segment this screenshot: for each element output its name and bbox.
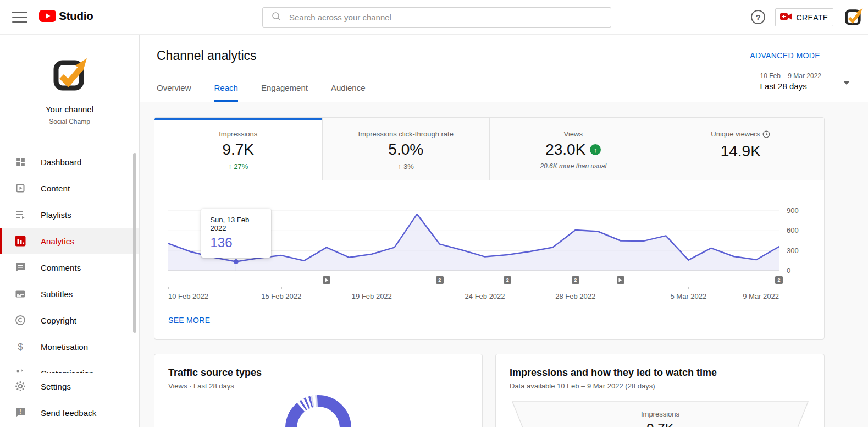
analytics-icon bbox=[14, 235, 26, 247]
settings-icon bbox=[14, 380, 26, 392]
youtube-play-icon bbox=[39, 10, 56, 22]
main-area: Channel analytics ADVANCED MODE Overview… bbox=[140, 35, 868, 427]
sidebar-item-label: Dashboard bbox=[41, 157, 81, 167]
channel-search[interactable] bbox=[262, 7, 611, 28]
tooltip-date: Sun, 13 Feb 2022 bbox=[210, 216, 262, 232]
sidebar-item-label: Analytics bbox=[41, 237, 74, 246]
videos-published-count-marker[interactable]: 2 bbox=[436, 276, 444, 284]
tab-audience[interactable]: Audience bbox=[331, 83, 366, 102]
trend-up-badge-icon: ↑ bbox=[590, 144, 601, 155]
sidebar-item-label: Comments bbox=[41, 263, 81, 272]
tab-overview[interactable]: Overview bbox=[157, 83, 191, 102]
sidebar-item-settings[interactable]: Settings bbox=[0, 373, 139, 399]
sidebar-item-monetisation[interactable]: $Monetisation bbox=[0, 333, 139, 360]
page-title: Channel analytics bbox=[157, 48, 257, 63]
x-axis-tick bbox=[688, 287, 689, 289]
x-axis-label: 28 Feb 2022 bbox=[555, 292, 595, 300]
y-axis-label: 600 bbox=[787, 226, 809, 234]
playlists-icon bbox=[14, 209, 26, 221]
analytics-header: Channel analytics ADVANCED MODE Overview… bbox=[140, 35, 868, 102]
account-avatar[interactable] bbox=[844, 8, 863, 26]
sidebar-item-label: Monetisation bbox=[41, 342, 88, 352]
y-axis-label: 0 bbox=[787, 266, 809, 275]
search-input[interactable] bbox=[289, 13, 586, 22]
x-axis-label: 9 Mar 2022 bbox=[743, 292, 779, 300]
sidebar-item-playlists[interactable]: Playlists bbox=[0, 201, 139, 228]
channel-avatar[interactable] bbox=[52, 58, 87, 93]
funnel-stage-label: Impressions bbox=[512, 410, 809, 418]
sidebar-item-copyright[interactable]: Copyright bbox=[0, 307, 139, 333]
sidebar-item-dashboard[interactable]: Dashboard bbox=[0, 149, 139, 175]
sidebar-item-comments[interactable]: Comments bbox=[0, 254, 139, 281]
sidebar-item-send-feedback[interactable]: !Send feedback bbox=[0, 399, 139, 426]
sidebar-item-subtitles[interactable]: Subtitles bbox=[0, 281, 139, 307]
date-range-text: 10 Feb – 9 Mar 2022 bbox=[760, 72, 821, 80]
sidebar: Your channel Social Champ DashboardConte… bbox=[0, 35, 140, 427]
see-more-link[interactable]: SEE MORE bbox=[168, 316, 210, 325]
x-axis-tick bbox=[576, 287, 576, 289]
sidebar-item-label: Settings bbox=[41, 382, 71, 391]
x-axis-tick bbox=[485, 287, 485, 289]
video-published-marker-icon[interactable] bbox=[323, 276, 330, 284]
date-range-picker[interactable]: 10 Feb – 9 Mar 2022 Last 28 days bbox=[760, 72, 821, 91]
x-axis-tick bbox=[281, 287, 282, 289]
sidebar-item-label: Customisation bbox=[41, 369, 93, 373]
chevron-down-icon bbox=[843, 81, 850, 85]
create-button[interactable]: CREATE bbox=[775, 8, 833, 26]
advanced-mode-link[interactable]: ADVANCED MODE bbox=[750, 51, 820, 60]
videos-published-count-marker[interactable]: 2 bbox=[504, 276, 511, 284]
impressions-funnel[interactable]: Impressions 9.7K bbox=[512, 401, 809, 427]
metric-value: 14.9K bbox=[657, 143, 825, 160]
impressions-line-chart[interactable]: 0300600900 10 Feb 202215 Feb 202219 Feb … bbox=[154, 180, 824, 340]
x-axis-tick bbox=[779, 287, 779, 289]
tab-reach[interactable]: Reach bbox=[214, 83, 238, 102]
x-axis-label: 5 Mar 2022 bbox=[671, 292, 707, 300]
metric-value: 23.0K↑ bbox=[490, 141, 657, 158]
videos-published-count-marker[interactable]: 2 bbox=[775, 276, 783, 284]
subtitles-icon bbox=[14, 288, 26, 300]
copyright-icon bbox=[14, 314, 26, 326]
feedback-icon: ! bbox=[14, 407, 26, 419]
video-published-marker-icon[interactable] bbox=[617, 276, 624, 284]
sidebar-item-customisation[interactable]: Customisation bbox=[0, 360, 139, 373]
search-icon bbox=[272, 12, 281, 24]
date-preset-text: Last 28 days bbox=[760, 81, 821, 91]
impressions-funnel-card: Impressions and how they led to watch ti… bbox=[495, 354, 825, 427]
metric-tab-impressions[interactable]: Impressions 9.7K ↑ 27% bbox=[154, 118, 322, 180]
help-icon[interactable]: ? bbox=[751, 10, 765, 24]
metric-delta: ↑ 3% bbox=[323, 162, 490, 171]
x-axis-tick bbox=[372, 287, 372, 289]
metric-note: 20.6K more than usual bbox=[490, 162, 657, 170]
sidebar-scrollbar[interactable] bbox=[133, 153, 136, 333]
sidebar-item-content[interactable]: Content bbox=[0, 175, 139, 201]
metric-tabs: Impressions 9.7K ↑ 27% Impressions click… bbox=[154, 118, 824, 180]
menu-icon[interactable] bbox=[12, 12, 27, 23]
comments-icon bbox=[14, 261, 26, 273]
x-axis-tick bbox=[168, 287, 169, 289]
card-subtitle: Views · Last 28 days bbox=[168, 382, 482, 390]
metric-label: Views bbox=[490, 130, 657, 138]
x-axis-label: 10 Feb 2022 bbox=[168, 292, 208, 300]
youtube-studio-logo[interactable]: Studio bbox=[39, 9, 93, 23]
clock-icon bbox=[762, 130, 770, 140]
tab-engagement[interactable]: Engagement bbox=[261, 83, 308, 102]
metric-value: 5.0% bbox=[323, 141, 490, 158]
traffic-donut-chart[interactable] bbox=[284, 394, 352, 427]
channel-title: Your channel bbox=[0, 105, 139, 114]
monetisation-icon: $ bbox=[14, 341, 26, 353]
channel-name: Social Champ bbox=[0, 118, 139, 125]
sidebar-item-label: Playlists bbox=[41, 210, 71, 220]
metric-tab-unique-viewers[interactable]: Unique viewers 14.9K bbox=[657, 118, 825, 180]
bottom-cards-row: Traffic source types Views · Last 28 day… bbox=[154, 354, 825, 427]
y-axis-label: 900 bbox=[787, 206, 809, 215]
tooltip-value: 136 bbox=[210, 235, 262, 250]
metric-label: Impressions bbox=[154, 130, 322, 138]
analytics-tabs: OverviewReachEngagementAudience bbox=[157, 83, 389, 102]
metric-tab-views[interactable]: Views 23.0K↑ 20.6K more than usual bbox=[489, 118, 657, 180]
card-title: Traffic source types bbox=[168, 367, 482, 379]
videos-published-count-marker[interactable]: 2 bbox=[572, 276, 579, 284]
chart-tooltip: Sun, 13 Feb 2022 136 bbox=[201, 209, 271, 258]
metric-tab-ctr[interactable]: Impressions click-through rate 5.0% ↑ 3% bbox=[322, 118, 490, 180]
sidebar-item-analytics[interactable]: Analytics bbox=[0, 228, 139, 254]
metric-value: 9.7K bbox=[154, 141, 322, 158]
